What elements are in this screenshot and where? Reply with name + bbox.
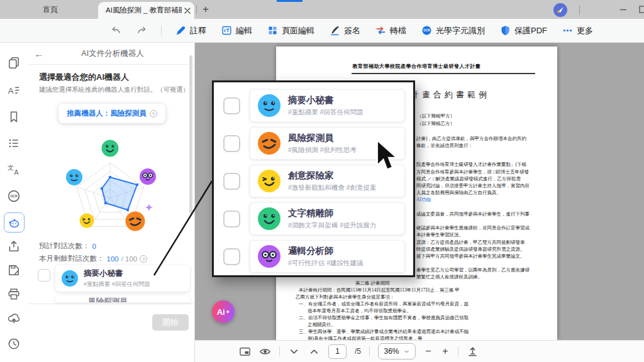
maximize-button[interactable] — [637, 4, 644, 15]
app-window: 首頁 AI風險探測 _ 教育部補助... + 註釋編輯頁面編輯簽名轉檔光學字元識… — [0, 0, 644, 362]
tab-title: AI風險探測 _ 教育部補助... — [106, 6, 182, 15]
page-thumbnail-view-icon[interactable] — [239, 346, 251, 358]
robot-card[interactable]: 文字精雕師#潤飾文字與架構 #提升說服力 — [250, 202, 405, 235]
sidebar-history-icon[interactable] — [7, 336, 21, 350]
chevron-down-icon — [403, 348, 410, 355]
top-accent-strip — [277, 0, 303, 2]
ocr-icon — [421, 25, 432, 36]
sparkle-icon — [145, 204, 153, 211]
doc-line: 確認參與本計畫學生應修課程，並同意合作訂定學習成 — [416, 225, 530, 231]
toolbar-label: 更多 — [577, 25, 593, 36]
back-arrow-icon[interactable]: ← — [28, 48, 50, 59]
toolbar-label: 頁面編輯 — [282, 25, 314, 36]
sidebar-save-edit-icon[interactable] — [7, 263, 21, 277]
doc-line: 規下與甲方共同指導參與本計畫學生完成畢業論文。 — [416, 253, 525, 260]
tab-close-icon[interactable] — [184, 8, 191, 14]
toolbar-more-button[interactable]: 更多 — [562, 25, 593, 36]
panel-robot-card[interactable]: 摘要小秘書 #重點摘要 #回答任何問題 — [55, 265, 190, 292]
toolbar-ocr-button[interactable]: 光學字元識別 — [421, 25, 485, 36]
sidebar-ai-robot-icon[interactable] — [7, 216, 21, 229]
recommended-robot-label: 推薦機器人：風險探測員 — [67, 109, 147, 118]
doc-line: 資源：乙方提供產品計畫，甲乙雙方共同規劃研發專 — [416, 239, 525, 246]
toolbar-items: 註釋編輯頁面編輯簽名轉檔光學字元識別保護PDF更多 — [175, 25, 593, 36]
doc-line: 計畫)，由乙方提供專款，與甲方合作辦理本合約所約 — [416, 136, 526, 142]
estimated-chats-value: 0 — [92, 243, 96, 250]
page-number-input[interactable]: 1 — [328, 344, 347, 359]
panel-scrollbar[interactable] — [189, 55, 192, 214]
doc-header-rule — [352, 73, 535, 74]
ai-fab-button[interactable]: Ai✦ — [212, 300, 235, 323]
panel-robot-card-partial[interactable]: 風險探測員 — [55, 295, 190, 302]
sidebar-translate-icon[interactable] — [7, 163, 21, 177]
toolbar-protect-pdf-button[interactable]: 保護PDF — [500, 25, 547, 36]
mouse-cursor — [375, 140, 400, 172]
doc-line: （以下簡稱甲方） — [417, 113, 455, 119]
sidebar-print-icon[interactable] — [7, 287, 21, 301]
sidebar-export-icon[interactable] — [7, 239, 21, 253]
toolbar-convert-button[interactable]: 轉檔 — [375, 25, 406, 36]
zoom-out-button[interactable]: − — [424, 346, 433, 357]
tab-home[interactable]: 首頁 — [33, 0, 68, 19]
doc-line: （以下簡稱乙方） — [417, 121, 455, 127]
toolbar-label: 光學字元識別 — [436, 25, 485, 36]
doc-line: 二、前項不得領取獎助學金之情事，學生如有隱匿不實者，學校應負責追繳已領取 — [299, 315, 469, 321]
toolbar-annotate-button[interactable]: 註釋 — [175, 25, 206, 36]
assistant-badge-icon[interactable] — [553, 3, 567, 17]
sidebar-ocr-badge-icon[interactable] — [7, 189, 21, 203]
main-toolbar: 註釋編輯頁面編輯簽名轉檔光學字元識別保護PDF更多 — [0, 19, 644, 43]
doc-line: 乙兩方就下列對參與本計畫學生身分規定事項： — [296, 294, 395, 300]
robot-card[interactable]: 摘要小秘書#重點摘要 #回答任何問題 — [250, 89, 405, 122]
more-icon — [562, 25, 573, 36]
recommended-robot-chip[interactable]: 推薦機器人：風險探測員 ? — [58, 104, 165, 123]
sidebar-bookmark-icon[interactable] — [7, 110, 21, 124]
sidebar-list-icon[interactable] — [7, 136, 21, 150]
doc-line: 一、有全職工作者，或非全職工作者有薪資所得，其單筆薪資或平均每月薪資，超 — [299, 301, 469, 307]
robot-checkbox[interactable] — [223, 211, 240, 228]
robot-tags: #重點摘要 #回答任何問題 — [288, 108, 364, 117]
robot-option-row[interactable]: 文字精雕師#潤飾文字與架構 #提升說服力 — [223, 202, 405, 235]
help-icon[interactable]: ? — [140, 255, 147, 263]
zoom-in-button[interactable]: + — [441, 346, 450, 357]
robot-option-row[interactable]: 摘要小秘書#重點摘要 #回答任何問題 — [223, 89, 405, 122]
radar-emoji-yellow — [80, 214, 94, 228]
robot-checkbox[interactable] — [223, 248, 240, 265]
undo-icon[interactable] — [111, 25, 122, 36]
robot-tags: #激發新觀點和機會 #創意提案 — [288, 184, 377, 192]
sidebar-cloud-upload-icon[interactable] — [7, 311, 21, 325]
minimize-button[interactable] — [618, 4, 629, 15]
robot-avatar — [258, 207, 280, 230]
robot-checkbox[interactable] — [223, 135, 240, 152]
robot-avatar — [258, 132, 280, 155]
doc-line: 同研究討論，但須接受甲方計畫主持人指導，實習內容 — [416, 183, 530, 189]
doc-line: 三、學生因休學、退學、學業成績評量或企業考評結果未通過而退出本計畫或不能 — [299, 329, 469, 335]
start-button[interactable]: 開始 — [152, 314, 189, 331]
tab-active-document[interactable]: AI風險探測 _ 教育部補助... — [98, 2, 194, 19]
tab-separator — [196, 5, 197, 14]
sidebar-text-search-icon[interactable] — [7, 83, 21, 97]
robot-card[interactable]: 邏輯分析師#可行性評估 #建設性建議 — [250, 240, 405, 273]
sign-icon — [330, 25, 340, 36]
zoom-level-dropdown[interactable]: 36% — [378, 343, 416, 359]
help-icon[interactable]: ? — [150, 110, 157, 118]
remaining-chats-stat: 本月剩餘對話次數： 100 / 100 ? — [39, 254, 147, 263]
robot-option-row[interactable]: 邏輯分析師#可行性評估 #建設性建議 — [223, 240, 405, 273]
new-tab-button[interactable]: + — [200, 1, 211, 18]
share-upload-icon[interactable] — [467, 346, 479, 358]
next-page-icon[interactable] — [308, 346, 320, 358]
robot-checkbox[interactable] — [38, 269, 50, 282]
toolbar-edit-button[interactable]: 編輯 — [221, 25, 252, 36]
tab-bar: 首頁 AI風險探測 _ 教育部補助... + — [0, 0, 644, 19]
read-mode-eye-icon[interactable] — [259, 346, 271, 358]
sidebar-copy-pages-icon[interactable] — [7, 56, 21, 70]
toolbar-sign-button[interactable]: 簽名 — [330, 25, 360, 36]
doc-line: 過本年度每月基本工資者，均不得領取獎助學金。 — [308, 308, 411, 314]
toolbar-page-edit-button[interactable]: 頁面編輯 — [267, 25, 314, 36]
pen-icon — [175, 25, 186, 36]
robot-checkbox[interactable] — [223, 173, 240, 190]
redo-icon[interactable] — [136, 25, 147, 36]
window-separator — [579, 5, 580, 14]
estimated-chats-label: 預計對話次數： — [39, 241, 90, 251]
robot-checkbox[interactable] — [223, 97, 240, 114]
previous-page-icon[interactable] — [288, 346, 300, 358]
robot-avatar — [62, 270, 78, 287]
